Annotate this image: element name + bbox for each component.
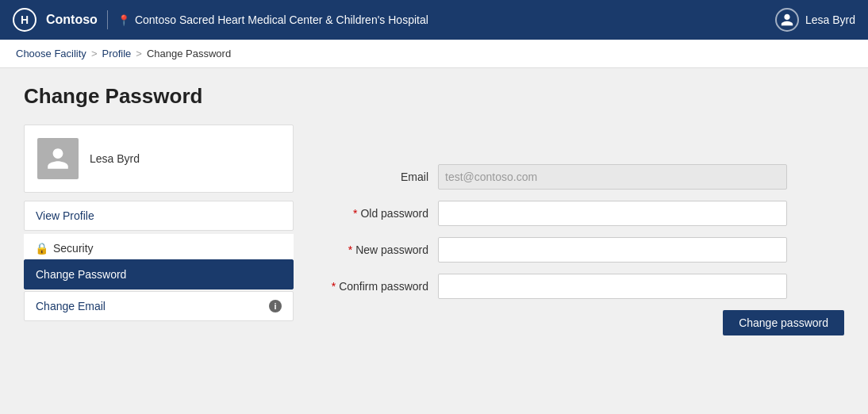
confirm-password-row: Confirm password [317,274,844,299]
brand-name: Contoso [46,13,98,27]
header-username: Lesa Byrd [805,13,855,26]
header-avatar [775,8,799,32]
sidebar-item-change-email[interactable]: Change Email i [24,291,294,321]
new-password-label: New password [317,243,428,256]
breadcrumb-choose-facility[interactable]: Choose Facility [16,48,86,59]
breadcrumb-profile[interactable]: Profile [102,48,131,59]
header-divider [107,10,108,29]
breadcrumb-current: Change Password [147,48,231,59]
sidebar-security-header: 🔒 Security [24,234,294,259]
sidebar-item-view-profile[interactable]: View Profile [24,201,294,231]
sidebar: Lesa Byrd View Profile 🔒 Security Change… [24,125,294,335]
new-password-row: New password [317,237,844,263]
info-icon: i [269,300,282,312]
main-layout: Change Password Lesa Byrd View Profile 🔒 [0,68,868,351]
app-logo: H [13,8,36,32]
breadcrumb-sep-2: > [136,48,142,59]
header-left: H Contoso 📍 Contoso Sacred Heart Medical… [13,8,428,32]
email-input[interactable] [438,164,787,190]
lock-icon: 🔒 [35,242,48,255]
confirm-password-input[interactable] [438,274,787,299]
sidebar-user-name: Lesa Byrd [90,152,140,165]
app-header: H Contoso 📍 Contoso Sacred Heart Medical… [0,0,868,40]
breadcrumb: Choose Facility > Profile > Change Passw… [0,40,868,68]
new-password-input[interactable] [438,237,787,263]
user-menu[interactable]: Lesa Byrd [775,8,855,32]
confirm-password-label: Confirm password [317,280,428,293]
location-icon: 📍 [117,14,130,26]
breadcrumb-sep-1: > [91,48,98,59]
user-card: Lesa Byrd [24,125,294,193]
form-actions: Change password [317,310,844,335]
facility-info: 📍 Contoso Sacred Heart Medical Center & … [117,13,428,26]
user-avatar-icon [37,138,79,179]
page-title: Change Password [24,84,844,109]
sidebar-item-change-password[interactable]: Change Password [24,259,294,289]
change-password-button[interactable]: Change password [723,310,844,335]
form-area: Email Old password New password Confirm … [317,125,844,335]
old-password-label: Old password [317,207,428,220]
old-password-input[interactable] [438,201,787,226]
content-area: Lesa Byrd View Profile 🔒 Security Change… [24,125,844,335]
email-row: Email [317,164,844,190]
email-label: Email [317,171,428,183]
old-password-row: Old password [317,201,844,226]
facility-name: Contoso Sacred Heart Medical Center & Ch… [135,13,428,26]
